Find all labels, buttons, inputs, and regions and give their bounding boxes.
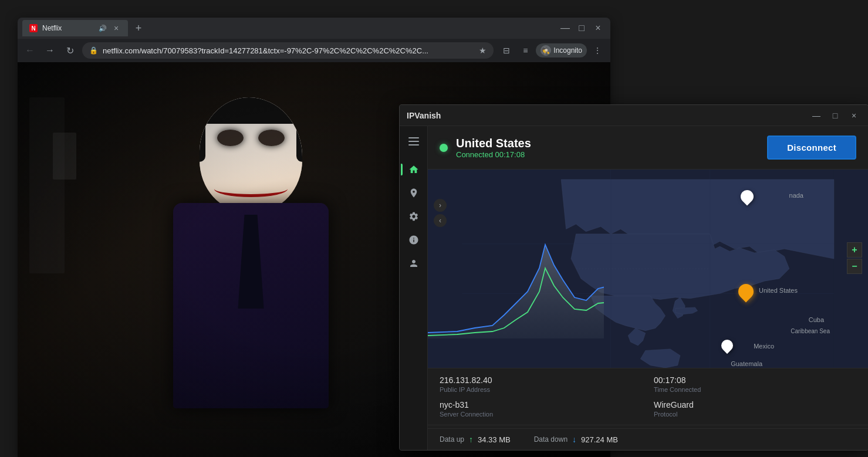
ip-address-label: Public IP Address [440, 386, 642, 393]
map-nav-up[interactable]: › [434, 199, 447, 212]
sidebar-item-settings[interactable] [403, 206, 424, 227]
ip-address-value: 216.131.82.40 [440, 375, 642, 385]
browser-more-button[interactable]: ⋮ [589, 42, 606, 59]
data-down-stat: Data down ↓ 927.24 MB [534, 435, 618, 444]
server-label: Server Connection [440, 411, 642, 418]
connection-country: United States [456, 137, 531, 150]
browser-minimize-button[interactable]: — [558, 21, 573, 36]
map-label-caribbean: Caribbean Sea [791, 328, 830, 334]
browser-refresh-button[interactable]: ↻ [62, 43, 77, 58]
ipvanish-body: United States Connected 00:17:08 Disconn… [400, 126, 868, 450]
tab-audio-icon: 🔊 [99, 25, 107, 32]
connection-status-dot [440, 144, 448, 152]
stats-bar: Data up ↑ 34.33 MB Data down ↓ 927.24 MB [428, 428, 868, 450]
map-label-cuba: Cuba [809, 316, 824, 323]
pin-head-canada [738, 187, 756, 205]
address-text: netflix.com/watch/70079583?trackId=14277… [103, 46, 474, 55]
map-nav-arrows: › ‹ [434, 199, 447, 227]
browser-tabs: N Netflix 🔊 × + [22, 20, 558, 36]
map-pin-mexico [721, 340, 733, 351]
ipvanish-app-title: IPVanish [407, 111, 809, 120]
server-row: nyc-b31 Server Connection [440, 400, 642, 418]
tab-title: Netflix [42, 24, 94, 32]
map-pin-usa [738, 284, 754, 299]
ipvanish-maximize-button[interactable]: □ [828, 109, 842, 123]
ip-address-row: 216.131.82.40 Public IP Address [440, 375, 642, 393]
map-container: › ‹ [428, 170, 868, 368]
sidebar-item-info[interactable] [403, 229, 424, 250]
connection-status-text: Connected 00:17:08 [456, 150, 531, 159]
ipvanish-header: United States Connected 00:17:08 Disconn… [428, 126, 868, 170]
incognito-badge[interactable]: 🕵 Incognito [536, 43, 587, 57]
ipvanish-window-controls: — □ × [809, 109, 861, 123]
map-zoom-in-button[interactable]: + [847, 242, 862, 258]
connection-info: United States Connected 00:17:08 [440, 137, 531, 159]
address-bar[interactable]: 🔒 netflix.com/watch/70079583?trackId=142… [82, 42, 494, 59]
map-label-guatemala: Guatemala [731, 360, 762, 367]
hamburger-line-3 [408, 144, 419, 145]
map-label-mexico: Mexico [754, 343, 774, 350]
pin-head-usa [735, 281, 757, 303]
sidebar-menu-button[interactable] [403, 131, 424, 152]
incognito-label: Incognito [553, 46, 582, 55]
new-tab-button[interactable]: + [130, 20, 147, 36]
protocol-row: WireGuard Protocol [654, 400, 856, 418]
arrow-down-icon: ↓ [572, 435, 576, 444]
tab-close-button[interactable]: × [112, 23, 121, 33]
incognito-icon: 🕵 [541, 45, 551, 56]
browser-close-button[interactable]: × [590, 21, 606, 36]
data-down-value: 927.24 MB [581, 435, 618, 444]
extensions-button[interactable]: ⊟ [498, 42, 515, 59]
tab-search-button[interactable]: ≡ [517, 42, 533, 59]
settings-icon [408, 211, 419, 222]
ipvanish-minimize-button[interactable]: — [809, 109, 823, 123]
map-zoom-out-button[interactable]: − [847, 259, 862, 274]
sidebar-item-location[interactable] [403, 182, 424, 204]
browser-window-controls: — □ × [558, 21, 606, 36]
map-zoom-controls: + − [847, 242, 862, 274]
bandwidth-chart [428, 233, 604, 338]
sidebar-item-account[interactable] [403, 253, 424, 274]
bookmark-icon[interactable]: ★ [479, 46, 487, 55]
browser-tab-netflix[interactable]: N Netflix 🔊 × [22, 20, 128, 36]
disconnect-button[interactable]: Disconnect [767, 136, 856, 160]
map-nav-down[interactable]: ‹ [434, 214, 447, 227]
time-connected-label: Time Connected [654, 386, 856, 393]
server-value: nyc-b31 [440, 400, 642, 409]
ipvanish-main: United States Connected 00:17:08 Disconn… [428, 126, 868, 450]
browser-titlebar: N Netflix 🔊 × + — □ × [18, 18, 610, 39]
hamburger-line-2 [408, 141, 419, 142]
browser-back-button[interactable]: ← [22, 43, 38, 58]
data-down-label: Data down [534, 435, 568, 444]
map-pin-canada [741, 190, 754, 203]
lock-icon: 🔒 [89, 46, 98, 55]
data-up-stat: Data up ↑ 34.33 MB [440, 435, 511, 444]
protocol-label: Protocol [654, 411, 856, 418]
home-icon [408, 164, 419, 175]
connection-details: United States Connected 00:17:08 [456, 137, 531, 159]
time-connected-row: 00:17:08 Time Connected [654, 375, 856, 393]
browser-forward-button[interactable]: → [42, 43, 58, 58]
ipvanish-sidebar [400, 126, 428, 450]
browser-actions: ⊟ ≡ 🕵 Incognito ⋮ [498, 42, 606, 59]
ipvanish-titlebar: IPVanish — □ × [400, 105, 868, 126]
data-up-value: 34.33 MB [478, 435, 511, 444]
protocol-value: WireGuard [654, 400, 856, 409]
ipvanish-window: IPVanish — □ × [399, 104, 868, 451]
location-icon [408, 188, 419, 198]
sidebar-item-home[interactable] [403, 159, 424, 180]
browser-maximize-button[interactable]: □ [574, 21, 589, 36]
netflix-favicon: N [29, 24, 38, 32]
browser-addressbar: ← → ↻ 🔒 netflix.com/watch/70079583?track… [18, 39, 610, 62]
map-label-canada: nada [789, 192, 803, 199]
arrow-up-icon: ↑ [469, 435, 473, 444]
account-icon [408, 258, 419, 269]
ipvanish-close-button[interactable]: × [847, 109, 861, 123]
pin-head-mexico [719, 337, 735, 354]
data-up-label: Data up [440, 435, 464, 444]
map-label-usa: United States [759, 287, 798, 294]
hamburger-line-1 [408, 137, 419, 138]
time-connected-value: 00:17:08 [654, 375, 856, 385]
info-icon [408, 235, 419, 245]
info-panel: 216.131.82.40 Public IP Address 00:17:08… [428, 368, 868, 425]
